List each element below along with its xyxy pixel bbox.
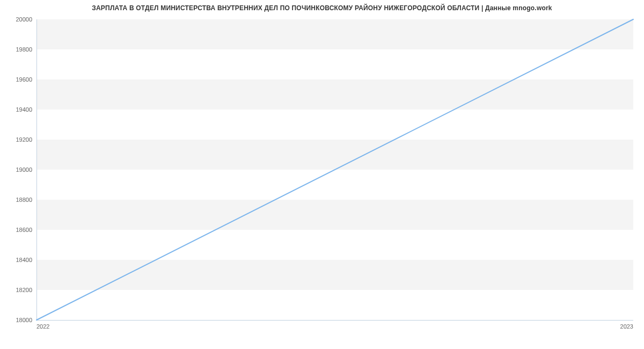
plot-area (36, 19, 633, 320)
chart-container: ЗАРПЛАТА В ОТДЕЛ МИНИСТЕРСТВА ВНУТРЕННИХ… (0, 0, 644, 349)
series-line (36, 19, 633, 320)
y-tick-label: 18600 (0, 227, 32, 233)
y-tick-label: 20000 (0, 16, 32, 23)
y-tick-label: 18800 (0, 197, 32, 203)
y-tick-label: 18000 (0, 317, 32, 323)
y-tick-label: 19200 (0, 136, 32, 143)
y-tick-label: 19400 (0, 106, 32, 113)
x-tick-label: 2022 (36, 323, 49, 330)
chart-title: ЗАРПЛАТА В ОТДЕЛ МИНИСТЕРСТВА ВНУТРЕННИХ… (0, 4, 644, 12)
line-series (36, 19, 633, 320)
y-tick-label: 18200 (0, 287, 32, 293)
y-tick-label: 19600 (0, 76, 32, 83)
y-tick-label: 19000 (0, 166, 32, 173)
y-tick-label: 18400 (0, 257, 32, 263)
y-tick-label: 19800 (0, 46, 32, 53)
x-tick-label: 2023 (620, 323, 633, 330)
x-axis-line (36, 320, 633, 321)
